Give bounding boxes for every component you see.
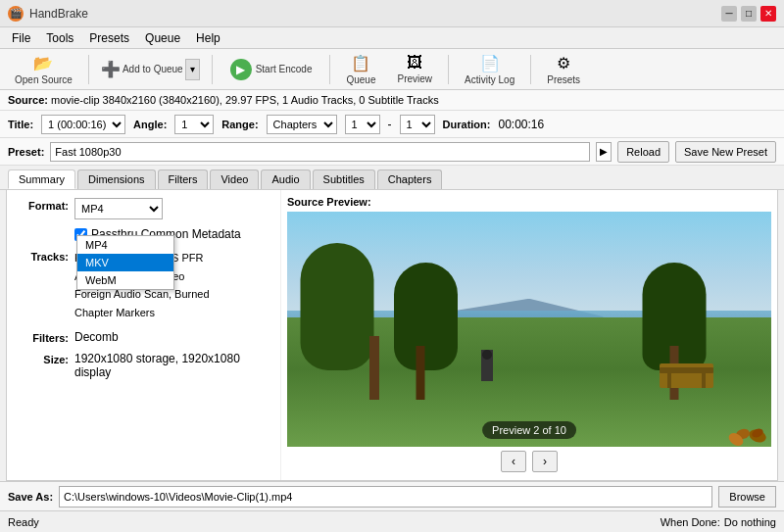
menu-file[interactable]: File [4, 29, 38, 47]
filters-label: Filters: [15, 330, 69, 344]
app-title: HandBrake [29, 7, 88, 21]
reload-button[interactable]: Reload [617, 141, 669, 163]
presets-icon: ⚙ [554, 54, 573, 73]
toolbar-separator-1 [88, 55, 89, 84]
format-option-mp4[interactable]: MP4 [77, 236, 173, 254]
format-row: Format: MP4 MKV WebM MP4 MKV WebM [15, 198, 272, 219]
preview-counter: Preview 2 of 10 [482, 421, 576, 439]
preview-next-button[interactable]: › [532, 451, 558, 472]
size-row: Size: 1920x1080 storage, 1920x1080 displ… [15, 352, 272, 379]
angle-label: Angle: [133, 119, 167, 130]
title-bar: 🎬 HandBrake ─ □ ✕ [0, 0, 784, 27]
save-path-input[interactable] [59, 486, 712, 508]
add-queue-arrow[interactable]: ▾ [185, 59, 200, 80]
toolbar: 📂 Open Source ➕ Add to Queue ▾ ▶ Start E… [0, 49, 784, 90]
bench [660, 363, 713, 388]
title-select[interactable]: 1 (00:00:16) [41, 115, 125, 134]
open-source-icon: 📂 [33, 54, 53, 73]
queue-label: Queue [346, 74, 375, 85]
play-icon: ▶ [230, 59, 252, 80]
activity-log-icon: 📄 [480, 54, 500, 73]
tab-subtitles[interactable]: Subtitles [313, 169, 375, 189]
source-info: 3840x2160 (3840x2160), 29.97 FPS, 1 Audi… [103, 94, 439, 106]
range-from-select[interactable]: 1 [345, 115, 380, 134]
person-silhouette [481, 350, 493, 381]
format-content: MP4 MKV WebM MP4 MKV WebM [74, 198, 272, 219]
app-icon: 🎬 [8, 6, 24, 22]
format-option-webm[interactable]: WebM [77, 271, 173, 289]
tabs-row: Summary Dimensions Filters Video Audio S… [0, 166, 784, 190]
preset-arrow-button[interactable]: ▶ [596, 142, 612, 162]
preset-input[interactable] [50, 142, 590, 162]
tree-canopy-center [394, 263, 458, 370]
tree-canopy-left [301, 243, 374, 370]
tab-dimensions[interactable]: Dimensions [77, 169, 155, 189]
preview-area: Preview 2 of 10 [287, 212, 771, 447]
save-bar: Save As: Browse [0, 481, 784, 510]
add-to-queue-button[interactable]: ➕ Add to Queue ▾ [96, 52, 205, 87]
range-dash: - [388, 118, 392, 131]
source-label: Source: [8, 94, 48, 106]
angle-select[interactable]: 1 [174, 115, 214, 134]
size-value: 1920x1080 storage, 1920x1080 display [74, 352, 272, 379]
range-type-select[interactable]: Chapters [267, 115, 337, 134]
filters-value: Decomb [74, 330, 272, 344]
menu-presets[interactable]: Presets [81, 29, 137, 47]
source-line: Source: movie-clip 3840x2160 (3840x2160)… [0, 90, 784, 111]
browse-button[interactable]: Browse [718, 486, 776, 508]
start-encode-button[interactable]: ▶ Start Encode [220, 52, 323, 87]
menu-bar: File Tools Presets Queue Help [0, 27, 784, 49]
open-source-label: Open Source [15, 74, 73, 85]
preview-icon: 🖼 [405, 54, 424, 72]
duration-label: Duration: [443, 119, 491, 130]
menu-tools[interactable]: Tools [38, 29, 81, 47]
tab-filters[interactable]: Filters [158, 169, 209, 189]
save-label: Save As: [8, 491, 53, 503]
minimize-button[interactable]: ─ [721, 6, 737, 22]
format-option-mkv[interactable]: MKV [77, 254, 173, 271]
preview-label-btn: Preview [398, 73, 433, 84]
tab-summary[interactable]: Summary [8, 169, 75, 189]
menu-help[interactable]: Help [188, 29, 228, 47]
title-label: Title: [8, 119, 33, 130]
maximize-button[interactable]: □ [741, 6, 757, 22]
filters-row: Filters: Decomb [15, 330, 272, 344]
activity-log-button[interactable]: 📄 Activity Log [456, 52, 523, 87]
toolbar-separator-3 [329, 55, 330, 84]
presets-label: Presets [547, 74, 580, 85]
title-range-bar: Title: 1 (00:00:16) Angle: 1 Range: Chap… [0, 111, 784, 138]
when-done-label: When Done: [661, 516, 720, 528]
add-queue-icon: ➕ [101, 60, 121, 79]
add-queue-label: Add to Queue [122, 64, 183, 74]
preview-title: Source Preview: [287, 196, 771, 208]
preview-image [287, 212, 771, 447]
tree-trunk-center [416, 346, 425, 400]
toolbar-separator-4 [448, 55, 449, 84]
menu-queue[interactable]: Queue [137, 29, 188, 47]
preview-button[interactable]: 🖼 Preview [389, 52, 442, 87]
format-dropdown[interactable]: MP4 MKV WebM [76, 235, 174, 290]
close-button[interactable]: ✕ [760, 6, 776, 22]
start-encode-label: Start Encode [256, 64, 313, 74]
preset-label: Preset: [8, 146, 44, 158]
preview-panel: Source Preview: [281, 190, 777, 480]
person-head [482, 350, 492, 360]
status-text: Ready [8, 516, 39, 528]
save-new-preset-button[interactable]: Save New Preset [675, 141, 776, 163]
range-label: Range: [221, 119, 258, 130]
tab-video[interactable]: Video [210, 169, 259, 189]
source-name: movie-clip [51, 94, 100, 106]
when-done-section: When Done: Do nothing [661, 516, 776, 528]
format-label: Format: [15, 198, 69, 212]
queue-button[interactable]: 📋 Queue [337, 52, 384, 87]
open-source-button[interactable]: 📂 Open Source [6, 52, 81, 87]
format-select[interactable]: MP4 MKV WebM [74, 198, 163, 219]
activity-log-label: Activity Log [465, 74, 514, 85]
when-done-value[interactable]: Do nothing [724, 516, 776, 528]
queue-icon: 📋 [351, 54, 370, 73]
tab-chapters[interactable]: Chapters [377, 169, 443, 189]
tab-audio[interactable]: Audio [261, 169, 310, 189]
range-to-select[interactable]: 1 [400, 115, 435, 134]
preview-prev-button[interactable]: ‹ [501, 451, 526, 472]
presets-button[interactable]: ⚙ Presets [538, 52, 589, 87]
